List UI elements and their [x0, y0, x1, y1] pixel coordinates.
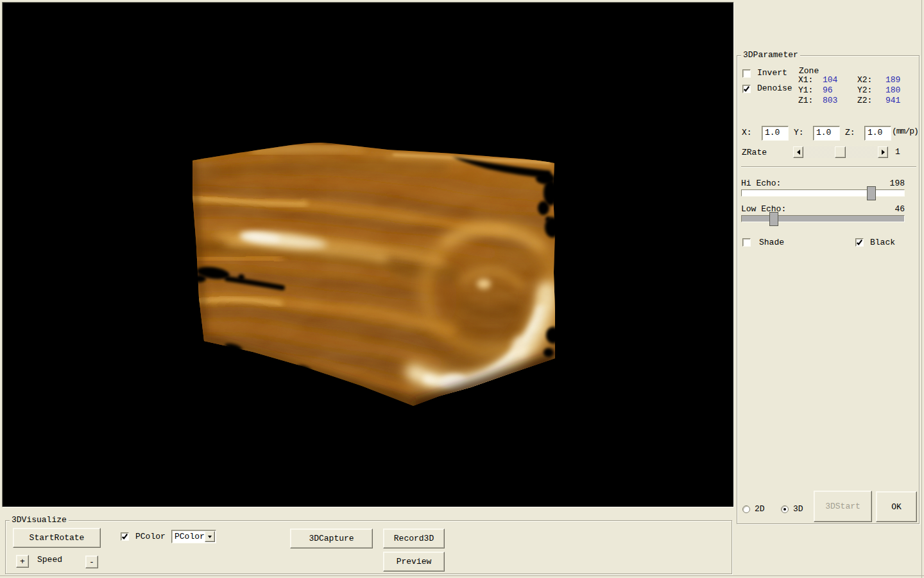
zone-x1-label: X1: [798, 75, 813, 85]
ok-button[interactable]: OK [876, 491, 917, 522]
black-checkbox[interactable] [855, 238, 864, 247]
low-echo-slider-thumb[interactable] [769, 212, 778, 226]
mode-3d-label: 3D [793, 504, 803, 514]
visualize-group-title: 3DVisualize [10, 515, 69, 525]
mode-3d-radio[interactable] [781, 505, 789, 513]
black-label: Black [870, 238, 895, 247]
shade-label: Shade [759, 238, 784, 247]
zone-x1-value: 104 [823, 75, 837, 85]
volume-3d-render [3, 3, 734, 507]
pcolor-combobox[interactable]: PColor [171, 530, 216, 543]
shade-checkbox[interactable] [742, 238, 751, 247]
zrate-label: ZRate [742, 148, 767, 157]
zone-y2-value: 180 [886, 85, 900, 95]
record-button[interactable]: Record3D [383, 529, 445, 548]
start-rotate-button[interactable]: StartRotate [13, 528, 101, 548]
param-group-title: 3DParameter [741, 50, 800, 60]
speed-label: Speed [37, 555, 62, 565]
scale-z-label: Z: [845, 128, 855, 137]
separator [741, 166, 916, 168]
zrate-scroll-left-button[interactable] [793, 146, 803, 158]
low-echo-label: Low Echo: [741, 204, 786, 214]
scale-z-input[interactable]: 1.0 [864, 126, 891, 141]
capture-button[interactable]: 3DCapture [290, 529, 373, 548]
mode-2d-label: 2D [755, 504, 765, 514]
zone-z2-value: 941 [886, 96, 900, 105]
scroll-left-icon [797, 150, 800, 155]
zrate-scrollbar-thumb[interactable] [835, 146, 846, 158]
mode-2d-radio[interactable] [742, 505, 750, 513]
zone-y2-label: Y2: [857, 85, 872, 95]
zone-label: Zone [799, 66, 819, 76]
zone-x2-value: 189 [886, 75, 900, 85]
window-edge-bottom [0, 575, 924, 576]
denoise-label: Denoise [757, 83, 792, 93]
dropdown-arrow-icon [208, 536, 212, 538]
low-echo-slider-track[interactable] [741, 215, 905, 222]
zone-z2-label: Z2: [857, 96, 872, 105]
pcolor-combobox-button[interactable] [205, 531, 215, 542]
scale-unit-label: (mm/p) [892, 127, 918, 136]
denoise-checkbox[interactable] [742, 85, 751, 93]
scale-x-label: X: [742, 128, 752, 137]
zone-y1-label: Y1: [798, 85, 813, 95]
zrate-scroll-right-button[interactable] [878, 146, 888, 158]
scale-y-label: Y: [794, 128, 804, 137]
zrate-scrollbar[interactable] [793, 146, 888, 158]
scale-x-input[interactable]: 1.0 [762, 126, 789, 141]
scroll-right-icon [882, 150, 885, 155]
speed-minus-button[interactable]: - [85, 556, 98, 568]
window-edge-right [921, 0, 922, 578]
zone-y1-value: 96 [823, 85, 833, 95]
speed-plus-button[interactable]: + [16, 555, 29, 568]
zone-x2-label: X2: [857, 75, 872, 85]
preview-button[interactable]: Preview [383, 552, 445, 572]
hi-echo-value: 198 [889, 179, 905, 188]
hi-echo-slider-track[interactable] [741, 189, 905, 197]
low-echo-value: 46 [889, 204, 905, 214]
hi-echo-slider-thumb[interactable] [867, 186, 876, 200]
invert-label: Invert [757, 68, 787, 78]
render-viewport[interactable] [2, 2, 734, 507]
scale-y-input[interactable]: 1.0 [813, 126, 840, 141]
zone-z1-value: 803 [823, 96, 837, 105]
pcolor-checkbox[interactable] [121, 532, 129, 541]
zrate-value: 1 [895, 147, 900, 157]
pcolor-combobox-value: PColor [175, 531, 205, 542]
zone-z1-label: Z1: [798, 96, 813, 105]
pcolor-label: PColor [135, 532, 166, 541]
start3d-button[interactable]: 3DStart [814, 491, 872, 522]
hi-echo-label: Hi Echo: [741, 179, 781, 188]
invert-checkbox[interactable] [742, 69, 751, 78]
